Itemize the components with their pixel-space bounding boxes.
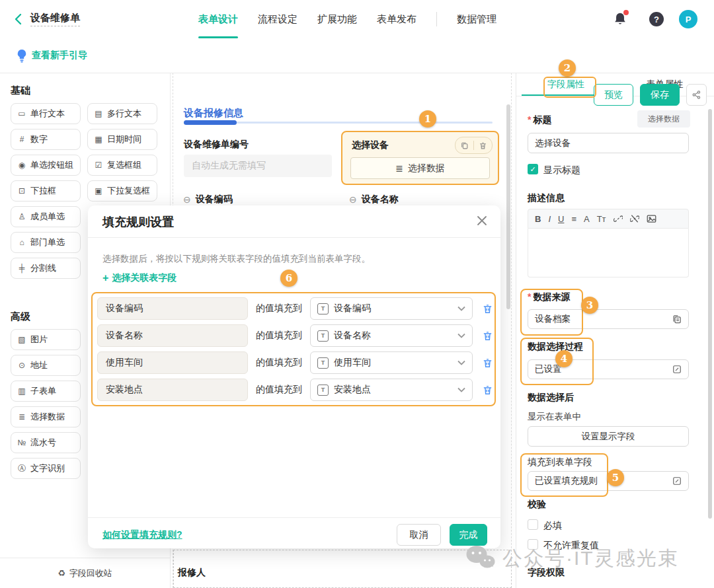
title-source-chip[interactable]: 选择数据 <box>637 110 690 128</box>
field-member-select[interactable]: ♙成员单选 <box>11 206 81 227</box>
section-title: 设备报修信息 <box>184 107 243 120</box>
back-button[interactable] <box>13 13 24 25</box>
target-field-select[interactable]: T 使用车间 <box>310 351 473 374</box>
description-textarea[interactable] <box>528 229 689 277</box>
switch-source-icon[interactable] <box>672 314 682 324</box>
selection-process-input[interactable]: 已设置 <box>528 359 689 379</box>
tab-form-design[interactable]: 表单设计 <box>198 0 238 38</box>
tab-extensions[interactable]: 扩展功能 <box>317 0 357 38</box>
link-circle-icon: ⊖ <box>349 194 357 205</box>
advanced-section-title: 高级 <box>11 311 30 323</box>
field-single-line-text[interactable]: ▭单行文本 <box>11 103 81 124</box>
underline-icon[interactable]: U <box>558 214 564 224</box>
source-field-input[interactable]: 设备编码 <box>97 297 248 320</box>
field-radio-group[interactable]: ◉单选按钮组 <box>11 155 81 176</box>
canvas-scrollbar[interactable] <box>506 104 510 309</box>
select-device-label: 选择设备 <box>352 139 389 151</box>
check-icon: ✓ <box>530 165 536 174</box>
data-source-input[interactable]: 设备档案 <box>528 309 689 329</box>
reporter-field-zone[interactable]: 报修人 <box>173 550 512 588</box>
field-image[interactable]: ▧图片 <box>11 329 81 350</box>
target-field-select[interactable]: T 安装地点 <box>310 379 473 401</box>
unlink-icon[interactable] <box>630 214 639 223</box>
field-select-data[interactable]: ≣选择数据 <box>11 406 81 427</box>
form-designer-app: 设备维修单 表单设计 流程设定 扩展功能 表单发布 数据管理 ? P 查看新手引… <box>0 0 714 588</box>
select-device-field-card[interactable]: 选择设备 ≣ 选择数据 <box>341 131 499 185</box>
link-icon[interactable] <box>614 214 623 223</box>
duplicate-field-button[interactable] <box>456 141 473 150</box>
delete-rule-button[interactable] <box>482 357 493 369</box>
delete-rule-button[interactable] <box>482 385 493 396</box>
how-to-set-rules-link[interactable]: 如何设置填充规则? <box>102 529 182 541</box>
save-button[interactable]: 保存 <box>640 84 680 106</box>
source-field-input[interactable]: 安装地点 <box>97 379 248 401</box>
field-ocr[interactable]: Ⓐ文字识别 <box>11 458 81 479</box>
chevron-down-icon <box>457 306 465 311</box>
target-field-select[interactable]: T 设备名称 <box>310 324 473 347</box>
nav-divider <box>436 12 437 26</box>
edit-icon[interactable] <box>672 365 682 374</box>
modal-close-button[interactable] <box>477 215 487 226</box>
serial-field-input[interactable]: 自动生成无需填写 <box>184 155 332 177</box>
title-input[interactable]: 选择设备 <box>528 133 689 153</box>
panel-scrollbar[interactable] <box>708 109 712 519</box>
set-display-fields-button[interactable]: 设置显示字段 <box>528 426 689 447</box>
share-button[interactable] <box>686 84 707 106</box>
modal-footer-divider <box>88 517 500 518</box>
field-datetime[interactable]: ▦日期时间 <box>87 129 157 150</box>
delete-field-button[interactable] <box>474 141 492 150</box>
description-editor: B I U ≡ A Tт <box>528 209 689 277</box>
font-color-icon[interactable]: A <box>584 214 590 224</box>
person-icon: ♙ <box>17 212 26 221</box>
show-title-checkbox[interactable]: ✓ <box>528 164 538 174</box>
choose-data-button[interactable]: ≣ 选择数据 <box>350 157 490 179</box>
field-checkbox-group[interactable]: ☑复选框组 <box>87 155 157 176</box>
cancel-button[interactable]: 取消 <box>397 524 441 546</box>
linked-field-device-code[interactable]: ⊖ 设备编码 <box>183 194 233 205</box>
sub-toolbar: 查看新手引导 预览 保存 <box>0 38 714 73</box>
source-field-input[interactable]: 设备名称 <box>97 324 248 347</box>
plus-icon: + <box>102 272 108 284</box>
italic-icon[interactable]: I <box>548 214 551 224</box>
field-multi-dropdown[interactable]: ▣下拉复选框 <box>87 180 157 202</box>
field-multi-line-text[interactable]: ▤多行文本 <box>87 103 157 124</box>
user-avatar[interactable]: P <box>679 10 697 28</box>
tab-data-management[interactable]: 数据管理 <box>457 0 496 38</box>
delete-rule-button[interactable] <box>482 330 493 342</box>
delete-rule-button[interactable] <box>482 303 493 314</box>
field-serial-number[interactable]: №流水号 <box>11 432 81 453</box>
modal-description: 选择数据后，将按以下规则将关联表字段的值填充到当前表单字段。 <box>102 253 370 265</box>
help-button[interactable]: ? <box>649 12 664 26</box>
field-subform[interactable]: ▥子表单 <box>11 381 81 402</box>
edit-icon[interactable] <box>672 476 682 486</box>
confirm-button[interactable]: 完成 <box>450 524 487 546</box>
tab-publish[interactable]: 表单发布 <box>377 0 416 38</box>
target-field-select[interactable]: T 设备编码 <box>310 297 473 320</box>
add-related-field-link[interactable]: + 选择关联表字段 <box>102 272 177 284</box>
text-field-icon: T <box>317 330 329 342</box>
after-selection-label: 数据选择后 <box>528 392 574 402</box>
tab-workflow[interactable]: 流程设定 <box>258 0 298 38</box>
preview-button[interactable]: 预览 <box>594 84 633 106</box>
source-field-input[interactable]: 使用车间 <box>97 351 248 374</box>
field-address[interactable]: ⊙地址 <box>11 355 81 376</box>
required-checkbox[interactable] <box>528 519 538 530</box>
reporter-field-label: 报修人 <box>178 567 206 579</box>
top-navbar: 设备维修单 表单设计 流程设定 扩展功能 表单发布 数据管理 ? P <box>0 0 714 39</box>
bold-icon[interactable]: B <box>535 214 541 224</box>
insert-image-icon[interactable] <box>647 214 656 223</box>
field-number[interactable]: #数字 <box>11 129 81 150</box>
modal-title: 填充规则设置 <box>102 214 174 230</box>
no-duplicate-checkbox[interactable] <box>528 539 538 550</box>
align-icon[interactable]: ≡ <box>571 214 576 224</box>
linked-field-device-name[interactable]: ⊖ 设备名称 <box>349 194 399 205</box>
multi-dropdown-icon: ▣ <box>94 186 103 196</box>
field-department-select[interactable]: ⌂部门单选 <box>11 232 81 253</box>
beginner-guide-link[interactable]: 查看新手引导 <box>32 38 87 73</box>
field-dropdown[interactable]: ⊡下拉框 <box>11 180 81 202</box>
notification-bell-button[interactable] <box>613 11 627 27</box>
field-divider[interactable]: ╪分割线 <box>11 258 81 279</box>
field-recycle-bin[interactable]: ♻ 字段回收站 <box>0 558 170 588</box>
font-size-icon[interactable]: Tт <box>597 214 606 224</box>
show-in-form-label: 显示在表单中 <box>528 412 581 422</box>
